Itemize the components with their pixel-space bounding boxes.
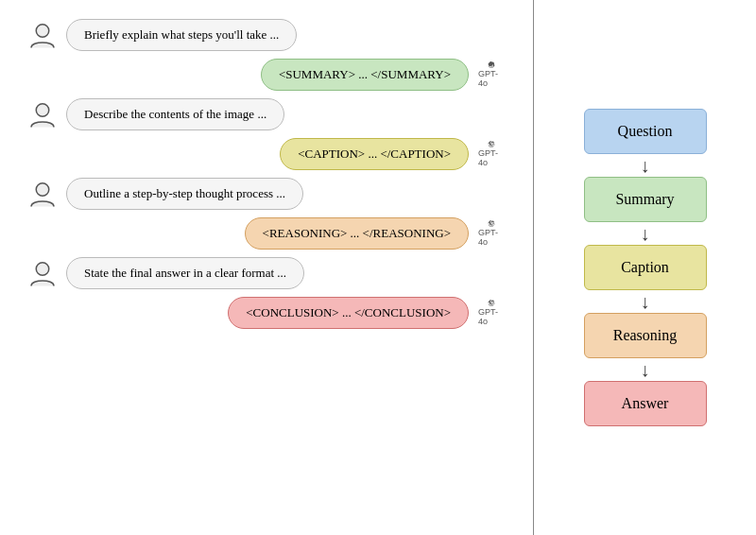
bubble-gpt-caption: <CAPTION> ... </CAPTION> bbox=[280, 138, 469, 170]
flow-box-caption: Caption bbox=[584, 245, 707, 290]
bubble-gpt-summary: <SUMMARY> ... </SUMMARY> bbox=[261, 59, 469, 91]
flow-box-reasoning: Reasoning bbox=[584, 313, 707, 358]
svg-point-3 bbox=[36, 263, 49, 276]
bubble-user-q4: State the final answer in a clear format… bbox=[66, 257, 304, 289]
user-avatar-3 bbox=[28, 180, 57, 208]
chat-row-user-3: Outline a step-by-step thought process .… bbox=[28, 178, 505, 210]
svg-point-1 bbox=[36, 104, 49, 117]
bubble-user-q3: Outline a step-by-step thought process .… bbox=[66, 178, 303, 210]
gpt-avatar-4: GPT-4o bbox=[478, 300, 505, 326]
bubble-gpt-reasoning: <REASONING> ... </REASONING> bbox=[245, 217, 469, 250]
bubble-user-q2: Describe the contents of the image ... bbox=[66, 98, 284, 130]
chat-row-user-4: State the final answer in a clear format… bbox=[28, 257, 505, 289]
user-avatar-1 bbox=[28, 21, 57, 49]
chat-row-user-1: Briefly explain what steps you'll take .… bbox=[28, 19, 505, 51]
arrow-caption-reasoning: ↓ bbox=[641, 292, 650, 311]
flow-box-summary: Summary bbox=[584, 177, 707, 222]
arrow-summary-caption: ↓ bbox=[641, 224, 650, 243]
chat-row-gpt-conclusion: <CONCLUSION> ... </CONCLUSION> GPT-4o bbox=[28, 297, 505, 329]
chat-row-gpt-caption: <CAPTION> ... </CAPTION> GPT-4o bbox=[28, 138, 505, 170]
user-avatar-4 bbox=[28, 259, 57, 287]
right-panel: Question ↓ Summary ↓ Caption ↓ Reasoning… bbox=[534, 0, 756, 535]
left-panel: Briefly explain what steps you'll take .… bbox=[0, 0, 534, 535]
bubble-gpt-conclusion: <CONCLUSION> ... </CONCLUSION> bbox=[228, 297, 469, 329]
chat-row-gpt-summary: <SUMMARY> ... </SUMMARY> GPT-4o bbox=[28, 59, 505, 91]
chat-row-user-2: Describe the contents of the image ... bbox=[28, 98, 505, 130]
arrow-question-summary: ↓ bbox=[641, 156, 650, 175]
bubble-user-q1: Briefly explain what steps you'll take .… bbox=[66, 19, 297, 51]
svg-point-0 bbox=[36, 25, 49, 38]
flow-box-question: Question bbox=[584, 109, 707, 154]
svg-point-2 bbox=[36, 183, 49, 197]
gpt-avatar-2: GPT-4o bbox=[478, 141, 505, 167]
gpt-avatar-1: GPT-4o bbox=[478, 61, 505, 88]
gpt-avatar-3: GPT-4o bbox=[478, 220, 505, 247]
user-avatar-2 bbox=[28, 100, 57, 129]
flow-box-answer: Answer bbox=[584, 381, 707, 426]
arrow-reasoning-answer: ↓ bbox=[641, 360, 650, 379]
chat-row-gpt-reasoning: <REASONING> ... </REASONING> GPT-4o bbox=[28, 217, 505, 250]
